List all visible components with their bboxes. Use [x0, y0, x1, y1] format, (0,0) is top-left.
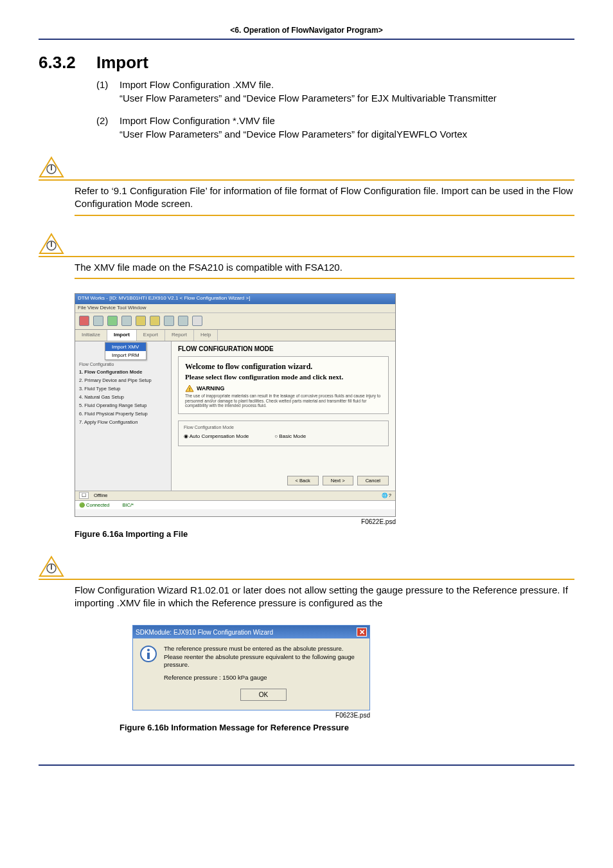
radio-basic-mode[interactable]: ○ Basic Mode [274, 433, 306, 439]
window-titlebar: DTM Works - [ID: MV1B01HTI EJX910 V2.1 <… [75, 294, 395, 304]
welcome-text: Welcome to flow configuration wizard. [185, 362, 382, 372]
svg-point-12 [147, 649, 150, 651]
note-icon-row [39, 233, 574, 257]
mode-groupbox: Flow Configuration Mode ◉ Auto Compensat… [178, 420, 389, 446]
item-text: Import Flow Configuration .XMV file. [120, 79, 274, 90]
warning-triangle-icon: ! [185, 384, 194, 392]
toolbar-icon[interactable] [164, 316, 174, 326]
list-item-2: (2) Import Flow Configuration *.VMV file [96, 115, 574, 126]
status-bar-1: ☐ Offline 🌐 ? [75, 491, 395, 500]
wizard-step[interactable]: 1. Flow Configuration Mode [79, 368, 167, 376]
figure-b: SDKModule: EJX910 Flow Configuration Wiz… [75, 625, 574, 732]
window-menubar[interactable]: File View Device Tool Window [75, 304, 395, 313]
dialog-title: SDKModule: EJX910 Flow Configuration Wiz… [136, 629, 273, 636]
dialog-message-line1: The reference pressure must be entered a… [164, 645, 363, 653]
ok-button[interactable]: OK [240, 689, 287, 701]
wizard-step-list: Import XMV Import PRM Flow Configuratio … [75, 341, 172, 491]
wizard-step[interactable]: 4. Natural Gas Setup [79, 393, 167, 401]
dialog-reference-pressure: Reference pressure : 1500 kPa gauge [164, 674, 363, 682]
dropdown-item-prm[interactable]: Import PRM [105, 351, 146, 359]
hand-warning-icon [39, 556, 64, 577]
note-text: Flow Configuration Wizard R1.02.01 or la… [75, 584, 574, 614]
side-group-label: Flow Configuratio [79, 362, 167, 366]
item-num: (2) [96, 115, 120, 126]
toolbar-icon[interactable] [93, 316, 103, 326]
note-block-3: Flow Configuration Wizard R1.02.01 or la… [39, 556, 574, 614]
tab-import[interactable]: Import [107, 330, 137, 341]
hand-warning-icon [39, 233, 64, 255]
figure-caption-b: Figure 6.16b Information Message for Ref… [120, 723, 574, 732]
toolbar-icon[interactable] [121, 316, 132, 326]
print-icon[interactable] [192, 316, 202, 326]
toolbar-icon[interactable] [150, 316, 160, 326]
toolbar-icon[interactable] [136, 316, 146, 326]
tab-initialize[interactable]: Initialize [75, 330, 107, 341]
item-text: Import Flow Configuration *.VMV file [120, 115, 275, 126]
warning-label: WARNING [197, 385, 225, 392]
wizard-step[interactable]: 2. Primary Device and Pipe Setup [79, 376, 167, 384]
dialog-message-line2: Please reenter the absolute pressure equ… [164, 653, 363, 669]
wizard-step[interactable]: 7. Apply Flow Configuration [79, 418, 167, 426]
screenshot-window-a: DTM Works - [ID: MV1B01HTI EJX910 V2.1 <… [75, 293, 396, 517]
warning-text: The use of inappropriate materials can r… [185, 393, 382, 408]
status-connected: 🟢 Connected [79, 502, 109, 508]
figure-caption-a: Figure 6.16a Importing a File [75, 529, 574, 539]
item-sub: “User Flow Parameters” and “Device Flow … [120, 129, 574, 140]
wizard-step[interactable]: 5. Fluid Operating Range Setup [79, 401, 167, 410]
note-icon-row [39, 156, 574, 181]
toolbar-icon[interactable] [107, 316, 118, 326]
figure-a: DTM Works - [ID: MV1B01HTI EJX910 V2.1 <… [75, 293, 574, 539]
tab-help[interactable]: Help [194, 330, 218, 341]
footer-rule [39, 764, 574, 766]
status-badge: ☐ [79, 492, 89, 499]
section-heading: 6.3.2 Import [39, 53, 574, 73]
page-header: <6. Operation of FlowNavigator Program> [39, 26, 574, 40]
section-title: Import [96, 53, 148, 73]
window-toolbar[interactable] [75, 313, 395, 330]
toolbar-icon[interactable] [178, 316, 188, 326]
next-button[interactable]: Next > [323, 476, 353, 485]
note-block-1: Refer to ‘9.1 Configuration File’ for in… [39, 156, 574, 216]
wizard-tabs: Initialize Import Export Report Help [75, 330, 395, 341]
dialog-titlebar: SDKModule: EJX910 Flow Configuration Wiz… [133, 626, 369, 638]
wizard-step[interactable]: 6. Fluid Physical Property Setup [79, 410, 167, 418]
wizard-step[interactable]: 3. Fluid Type Setup [79, 384, 167, 393]
back-button[interactable]: < Back [287, 476, 319, 485]
hand-warning-icon [39, 156, 64, 178]
item-num: (1) [96, 79, 120, 90]
figure-source-file: F0623E.psd [132, 712, 370, 719]
note-text: The XMV file made on the FSA210 is compa… [75, 261, 574, 279]
note-text: Refer to ‘9.1 Configuration File’ for in… [75, 185, 574, 216]
section-number: 6.3.2 [39, 53, 96, 73]
status-bar-2: 🟢 Connected BIC/* [75, 500, 395, 509]
panel-heading: FLOW CONFIGURATION MODE [178, 345, 389, 352]
radio-auto-compensation[interactable]: ◉ Auto Compensation Mode [184, 433, 249, 439]
note-block-2: The XMV file made on the FSA210 is compa… [39, 233, 574, 279]
tab-report[interactable]: Report [165, 330, 194, 341]
status-bic: BIC/* [122, 502, 134, 508]
list-item-1: (1) Import Flow Configuration .XMV file. [96, 79, 574, 90]
tab-export[interactable]: Export [137, 330, 165, 341]
item-sub: “User Flow Parameters” and “Device Flow … [120, 93, 574, 104]
toolbar-icon[interactable] [79, 316, 89, 326]
dialog-window-b: SDKModule: EJX910 Flow Configuration Wiz… [132, 625, 370, 710]
mode-groupbox-title: Flow Configuration Mode [184, 425, 383, 429]
import-dropdown[interactable]: Import XMV Import PRM [105, 342, 147, 360]
figure-source-file: F0622E.psd [75, 518, 396, 525]
wizard-main-panel: FLOW CONFIGURATION MODE Welcome to flow … [172, 341, 395, 491]
svg-rect-13 [147, 653, 150, 659]
status-offline: Offline [94, 493, 108, 498]
info-icon [139, 645, 157, 701]
instruction-text: Please select flow configuration mode an… [185, 373, 382, 381]
dropdown-item-xmv[interactable]: Import XMV [105, 343, 146, 351]
svg-text:!: ! [189, 386, 190, 392]
close-icon[interactable]: ✕ [357, 628, 367, 637]
globe-icon: 🌐 ? [382, 493, 391, 498]
cancel-button[interactable]: Cancel [357, 476, 389, 485]
note-icon-row [39, 556, 574, 580]
